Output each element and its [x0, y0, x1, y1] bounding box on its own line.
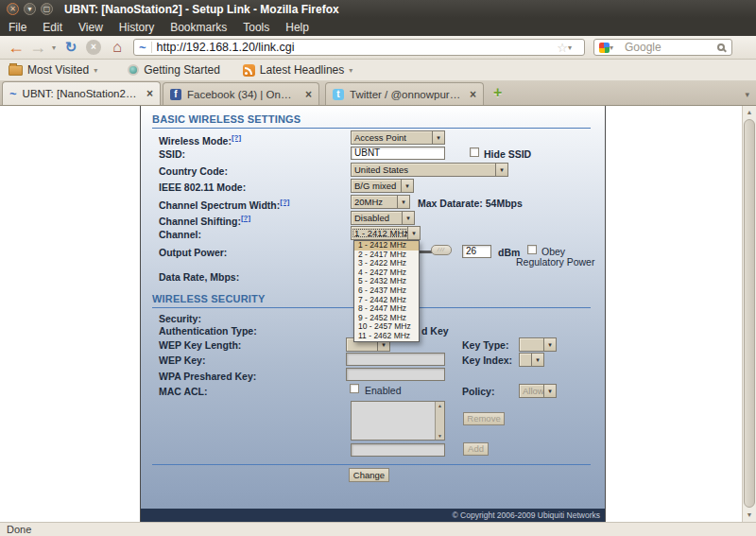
select-arrow-icon[interactable]: ▾ — [543, 385, 556, 397]
facebook-icon: f — [170, 89, 181, 100]
data-rate-label: Data Rate, Mbps: — [159, 271, 239, 283]
select-value: 20MHz — [352, 197, 397, 207]
close-tab-icon[interactable]: × — [305, 88, 312, 101]
url-dropdown-icon[interactable]: ▾ — [568, 43, 579, 52]
obey-regulatory-checkbox[interactable] — [527, 245, 537, 254]
stop-icon[interactable]: × — [86, 40, 101, 55]
new-tab-icon[interactable]: + — [493, 84, 502, 101]
search-box[interactable]: ▾ Google — [593, 39, 732, 56]
add-button[interactable]: Add — [463, 442, 489, 456]
ssid-input[interactable]: UBNT — [351, 147, 445, 160]
wpa-preshared-key-input[interactable] — [346, 368, 445, 381]
mac-address-input[interactable] — [351, 443, 445, 457]
select-arrow-icon[interactable]: ▾ — [531, 354, 543, 366]
select-arrow-icon[interactable]: ▾ — [407, 227, 420, 239]
menu-view[interactable]: View — [78, 21, 103, 34]
label-text: Channel Shifting: — [159, 216, 241, 227]
ssid-label: SSID: — [159, 148, 185, 160]
country-code-select[interactable]: United States ▾ — [351, 163, 508, 177]
scroll-down-icon[interactable]: ▼ — [743, 509, 756, 522]
select-arrow-icon[interactable]: ▾ — [402, 212, 414, 224]
search-engine-dropdown-icon[interactable]: ▾ — [610, 43, 621, 52]
ieee-mode-select[interactable]: B/G mixed ▾ — [351, 179, 414, 193]
maximize-window-icon[interactable]: ▢ — [41, 3, 53, 15]
mac-acl-label: MAC ACL: — [159, 386, 208, 397]
select-arrow-icon[interactable]: ▾ — [397, 196, 409, 208]
select-value: B/G mixed — [352, 181, 401, 191]
remove-button[interactable]: Remove — [463, 412, 505, 425]
history-dropdown-icon[interactable]: ▾ — [48, 43, 60, 52]
channel-option[interactable]: 11 - 2462 MHz — [354, 332, 419, 341]
hide-ssid-checkbox[interactable] — [470, 147, 479, 157]
folder-icon — [9, 65, 23, 76]
channel-options-list[interactable]: 1 - 2412 MHz2 - 2417 MHz3 - 2422 MHz4 - … — [353, 240, 420, 342]
back-icon[interactable]: ← — [5, 38, 27, 58]
tab-title: Facebook (34) | Onno W. P... — [187, 89, 297, 100]
output-power-slider-handle[interactable]: /// — [431, 245, 452, 255]
tab-ubnt[interactable]: ~ UBNT: [NanoStation2] - Set... × — [2, 81, 161, 105]
select-arrow-icon[interactable]: ▾ — [401, 180, 413, 192]
channel-shifting-select[interactable]: Disabled ▾ — [351, 211, 415, 225]
menu-file[interactable]: File — [9, 21, 26, 34]
security-label: Security: — [159, 313, 201, 324]
listbox-scrollbar[interactable]: ▲ ▼ — [435, 402, 444, 440]
search-icon[interactable] — [717, 43, 725, 51]
key-type-label: Key Type: — [462, 339, 508, 351]
wep-key-input[interactable] — [346, 353, 445, 366]
google-logo-icon[interactable] — [599, 43, 610, 53]
label-text: Wireless Mode: — [159, 135, 232, 147]
tab-twitter[interactable]: t Twitter / @onnowpurbo × — [325, 82, 484, 105]
twitter-icon: t — [333, 89, 344, 100]
section-separator — [152, 464, 591, 465]
menu-help[interactable]: Help — [285, 21, 309, 34]
bookmark-latest-headlines[interactable]: Latest Headlines ▾ — [243, 63, 360, 77]
tab-facebook[interactable]: f Facebook (34) | Onno W. P... × — [163, 82, 319, 105]
menu-history[interactable]: History — [119, 21, 154, 34]
close-tab-icon[interactable]: × — [146, 87, 153, 100]
policy-select[interactable]: Allow ▾ — [519, 384, 557, 398]
bookmark-getting-started[interactable]: Getting Started — [128, 63, 220, 77]
bookmark-star-icon[interactable]: ☆ — [557, 41, 568, 55]
page-scrollbar[interactable]: ▲ ▼ — [742, 106, 756, 522]
tab-strip: ~ UBNT: [NanoStation2] - Set... × f Face… — [0, 81, 756, 106]
bookmark-most-visited[interactable]: Most Visited ▾ — [9, 63, 105, 77]
select-arrow-icon[interactable]: ▾ — [543, 338, 556, 351]
output-power-input[interactable]: 26 — [462, 245, 491, 258]
menu-tools[interactable]: Tools — [243, 21, 269, 34]
reload-icon[interactable]: ↻ — [60, 39, 82, 56]
close-tab-icon[interactable]: × — [470, 88, 476, 101]
mac-acl-enabled-checkbox[interactable] — [350, 384, 359, 393]
wep-key-length-label: WEP Key Length: — [159, 339, 241, 351]
scroll-up-icon[interactable]: ▲ — [743, 106, 756, 119]
url-text[interactable]: http://192.168.1.20/link.cgi — [157, 41, 558, 54]
close-window-icon[interactable]: ✕ — [7, 3, 19, 15]
key-index-select[interactable]: ▾ — [519, 353, 544, 367]
country-code-label: Country Code: — [159, 165, 228, 177]
help-link[interactable]: [?] — [241, 214, 250, 222]
scrollbar-thumb[interactable] — [744, 119, 755, 508]
select-arrow-icon[interactable]: ▾ — [432, 131, 444, 144]
home-icon[interactable]: ⌂ — [105, 39, 129, 56]
scroll-down-icon[interactable]: ▼ — [438, 433, 442, 439]
scroll-up-icon[interactable]: ▲ — [438, 403, 442, 408]
menu-edit[interactable]: Edit — [43, 21, 62, 34]
search-input[interactable]: Google — [625, 41, 717, 54]
mac-acl-listbox[interactable]: ▲ ▼ — [351, 401, 445, 441]
help-link[interactable]: [?] — [280, 198, 289, 206]
select-arrow-icon[interactable]: ▾ — [495, 164, 507, 176]
change-button[interactable]: Change — [349, 468, 389, 482]
key-type-select[interactable]: ▾ — [519, 337, 557, 352]
wireless-mode-select[interactable]: Access Point ▾ — [351, 130, 445, 145]
url-bar[interactable]: ~ http://192.168.1.20/link.cgi ☆ ▾ — [133, 39, 585, 56]
menu-bookmarks[interactable]: Bookmarks — [170, 21, 227, 34]
minimize-window-icon[interactable]: ▾ — [24, 3, 36, 15]
list-all-tabs-icon[interactable]: ▾ — [745, 90, 749, 99]
auth-type-option-fragment: d Key — [421, 325, 449, 337]
bookmark-label: Latest Headlines — [260, 63, 344, 77]
help-link[interactable]: [?] — [232, 133, 241, 142]
forward-icon[interactable]: → — [27, 38, 48, 58]
chevron-down-icon: ▾ — [349, 66, 360, 75]
channel-select[interactable]: 1 - 2412 MHz ▾ — [351, 226, 421, 240]
spectrum-width-select[interactable]: 20MHz ▾ — [351, 195, 410, 209]
navigation-toolbar: ← → ▾ ↻ × ⌂ ~ http://192.168.1.20/link.c… — [0, 36, 756, 60]
